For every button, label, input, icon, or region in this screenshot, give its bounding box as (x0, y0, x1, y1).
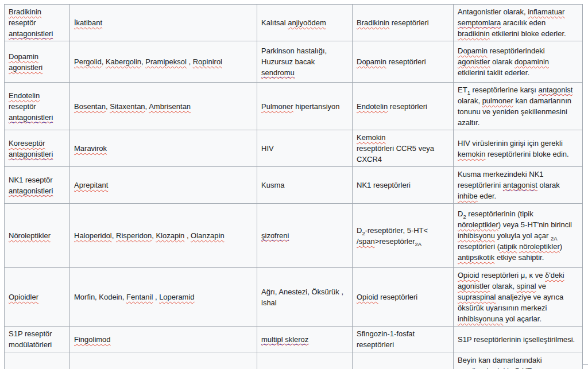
text-run: nöroleptikler (458, 220, 498, 229)
text-run: Endotelin (9, 91, 40, 100)
text-run: modülatörleri (9, 340, 52, 349)
drug-class-cell: Triptanlar (5, 352, 70, 369)
drug-class-cell: Koreseptörantagonistleri (5, 130, 70, 167)
text-run: Bosentan (74, 102, 106, 111)
receptors-cell: Endotelin reseptörleri (353, 83, 454, 130)
indication-cell: Kalıtsal anjiyoödem (257, 5, 353, 41)
text-run: D (357, 226, 362, 235)
text-run: reseptörleri (386, 57, 426, 66)
text-run: reseptör (9, 102, 36, 111)
text-run: Kalıtsal (261, 18, 288, 27)
drugs-cell: Maravirok (70, 130, 257, 167)
text-run: inflamatuar (528, 7, 564, 16)
text-run: Morfin, Kodein, (74, 293, 126, 301)
text-run: Kabergolin (106, 57, 141, 66)
text-run: ) veya 5-HT'nin birincil (498, 220, 572, 229)
text-run: Haloperidol (74, 231, 112, 240)
text-run: Ağrı, Anestezi, Öksürük , ishal (261, 288, 343, 307)
text-run: multipl skleroz (261, 335, 308, 345)
drugs-cell: Bosentan, Sitaxentan, Ambrisentan (70, 83, 257, 130)
mechanism-cell: HIV virüslerinin girişi için gerekli kem… (454, 130, 583, 167)
text-run: etkiye sahiptir. (494, 253, 544, 262)
drugs-cell: Aprepitant (70, 167, 257, 204)
table-row: NK1 reseptörantagonistleriAprepitantKusm… (5, 167, 583, 204)
text-run: İkatibant (74, 18, 102, 27)
text-run: ve nöronlardaki< 5-HT (458, 367, 532, 369)
table-row: S1P reseptörmodülatörleriFingolimodmulti… (5, 327, 583, 352)
text-run: -reseptörler, 5-HT< (365, 226, 428, 235)
indication-cell: Parkinson hastalığı, Huzursuz bacak send… (257, 41, 353, 83)
text-run: Opioidler (9, 293, 38, 301)
text-run: olarak (537, 181, 560, 189)
text-run: , (102, 57, 106, 66)
text-run: δ'deki (545, 271, 564, 279)
text-run: reseptörleri (357, 340, 394, 349)
drug-class-cell: Nöroleptikler (5, 204, 70, 268)
text-run: HIV virüslerinin girişi için gerekli (458, 139, 563, 147)
text-run: reseptörleri ( (458, 242, 500, 251)
table-body: Bradikinin reseptörantagonistleriİkatiba… (5, 5, 583, 369)
text-run: S1P reseptör (9, 329, 52, 338)
indication-cell: şizofreni (257, 204, 353, 268)
drug-class-cell: NK1 reseptörantagonistleri (5, 167, 70, 204)
table-row: Bradikinin reseptörantagonistleriİkatiba… (5, 5, 583, 41)
text-run: şizofreni (261, 231, 289, 241)
resize-handle[interactable] (582, 364, 588, 369)
mechanism-cell: Kusma merkezindeki NK1 reseptörlerini an… (454, 167, 583, 204)
text-run: antagonistleri (9, 150, 53, 160)
text-run: etkilerini taklit ederler. (458, 68, 529, 77)
text-run: Antagonistler olarak, (458, 7, 528, 16)
text-run: nöroleptikler (519, 242, 560, 251)
text-run: reseptörleri μ, κ ve (479, 271, 545, 279)
text-run: /span (357, 237, 375, 246)
text-run: Klozapin (156, 231, 184, 240)
text-run: Pulmoner (261, 102, 293, 111)
text-run: pulmoner (482, 96, 513, 105)
text-run: HIV (261, 144, 274, 153)
text-run: agonistleri (9, 63, 42, 72)
text-run: Kusma (261, 181, 284, 189)
drug-class-cell: S1P reseptörmodülatörleri (5, 327, 70, 352)
text-run: kemokin (458, 150, 485, 158)
indication-cell: Kusma (257, 167, 353, 204)
text-run: Ambrisentan (149, 102, 191, 111)
text-run: reseptörleri (378, 293, 418, 301)
text-run: Opioid (357, 293, 378, 301)
text-run: , (187, 57, 193, 66)
indication-cell: multipl skleroz (257, 327, 353, 352)
drugs-cell: Fingolimod (70, 327, 257, 352)
text-run: antagonist (538, 86, 572, 95)
text-run: reseptörleri (388, 102, 427, 111)
document-page: Bradikinin reseptörantagonistleriİkatiba… (0, 0, 588, 369)
text-run: bradikinin (458, 29, 490, 38)
receptors-cell: NK1 reseptörleri (353, 167, 454, 204)
text-run: Aprepitant (74, 181, 108, 189)
receptors-cell: 5-HT1B reseptörleri (353, 352, 454, 369)
mechanism-cell: S1P reseptörlerinin içselleştirilmesi. (454, 327, 583, 352)
text-run: Parkinson hastalığı, Huzursuz bacak (261, 46, 327, 66)
drug-class-cell: Dopaminagonistleri (5, 41, 70, 83)
text-run: Maravirok (74, 144, 107, 153)
text-run: agonistler (458, 282, 490, 290)
drugs-cell: Sumatriptan, Naratriptan, Zolmitriptan (70, 352, 257, 369)
text-run: antagonistleri (9, 113, 53, 123)
text-run: D (458, 209, 463, 218)
table-row: Endotelin reseptörantagonistleriBosentan… (5, 83, 583, 130)
indication-cell: Pulmoner hipertansiyon (257, 83, 353, 130)
text-run: reseptörlerini bloke edin. (485, 150, 568, 158)
text-run: anjiyoödem (288, 18, 326, 27)
mechanism-cell: D2 reseptörlerinin (tipik nöroleptikler)… (454, 204, 583, 268)
text-run: NK1 reseptörleri (357, 181, 411, 189)
text-run: semptomlara (458, 18, 501, 28)
text-run: Dopamin (357, 57, 386, 66)
subscript-text: 2A (415, 240, 422, 247)
drug-class-cell: Bradikinin reseptörantagonistleri (5, 5, 70, 41)
text-run: aracılık eden (501, 18, 546, 27)
text-run: yoluyla yol açar (495, 231, 551, 240)
text-run: Endotelin (357, 102, 388, 111)
text-run: Fentanil (126, 293, 153, 301)
text-run: reseptör (9, 18, 36, 27)
mechanism-cell: Antagonistler olarak, inflamatuar sempto… (454, 5, 583, 41)
text-run: ) (560, 242, 562, 251)
mechanism-cell: Opioid reseptörleri μ, κ ve δ'deki agoni… (454, 268, 583, 327)
